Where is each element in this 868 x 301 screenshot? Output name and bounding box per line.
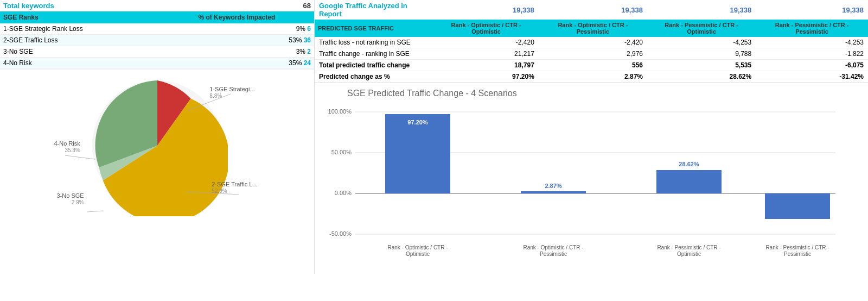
left-panel: Total keywords 68 SGE Ranks % of Keyword… (0, 0, 315, 274)
sge-ranks-table: Total keywords 68 SGE Ranks % of Keyword… (0, 0, 314, 69)
table-row: Traffic loss - not ranking in SGE -2,420… (315, 37, 868, 48)
traffic-loss-v3: -2,420 (539, 37, 647, 48)
sge-col1-header: SGE Ranks (0, 11, 159, 23)
rank-4-pct: 35% 24 (159, 58, 314, 69)
predicted-pct-v3: 2.87% (539, 71, 647, 83)
traffic-change-v2: 21,217 (433, 48, 538, 60)
svg-text:50.00%: 50.00% (331, 149, 352, 155)
table-row: Predicted change as % 97.20% 2.87% 28.62… (315, 71, 868, 83)
sge-col2-header: % of Keywords Impacted (159, 11, 314, 23)
traffic-change-label: Traffic change - ranking in SGE (315, 48, 433, 60)
sge-table-header: SGE Ranks % of Keywords Impacted (0, 11, 314, 23)
traffic-loss-v2: -2,420 (433, 37, 538, 48)
bar-3 (656, 170, 722, 193)
svg-text:2.87%: 2.87% (545, 183, 561, 189)
svg-text:-50.00%: -50.00% (329, 230, 352, 237)
main-container: Total keywords 68 SGE Ranks % of Keyword… (0, 0, 868, 274)
rank-4-label: 4-No Risk (0, 58, 159, 69)
col3-total: 19,338 (539, 0, 647, 20)
svg-text:-31.42%: -31.42% (787, 219, 809, 225)
svg-text:Optimistic: Optimistic (406, 251, 430, 257)
google-traffic-table: Google Traffic Analyzed in Report 19,338… (315, 0, 868, 83)
traffic-loss-v5: -4,253 (756, 37, 868, 48)
traffic-change-v3: 2,976 (539, 48, 647, 60)
predicted-sge-col3: Rank - Optimistic / CTR - Pessimistic (539, 20, 647, 37)
pie-label-2: 2-SGE Traffic L... 52.9% (212, 181, 257, 194)
bar-chart-container: SGE Predicted Traffic Change - 4 Scenari… (315, 83, 868, 274)
traffic-loss-v4: -4,253 (647, 37, 756, 48)
total-keywords-label: Total keywords (0, 0, 159, 11)
right-panel: Google Traffic Analyzed in Report 19,338… (315, 0, 868, 274)
bar-chart-wrapper: 100.00% 50.00% 0.00% -50.00% 97.20% (326, 104, 857, 268)
svg-text:97.20%: 97.20% (407, 119, 428, 126)
pie-chart: 1-SGE Strategi... 8.8% 2-SGE Traffic L..… (54, 75, 260, 227)
rank-1-pct: 9% 6 (159, 23, 314, 35)
svg-text:Rank - Optimistic / CTR -: Rank - Optimistic / CTR - (387, 244, 448, 250)
bar-chart-title: SGE Predicted Traffic Change - 4 Scenari… (326, 89, 857, 98)
google-traffic-title-row: Google Traffic Analyzed in Report 19,338… (315, 0, 868, 20)
rank-3-pct: 3% 2 (159, 46, 314, 58)
predicted-pct-v2: 97.20% (433, 71, 538, 83)
total-predicted-label: Total predicted traffic change (315, 60, 433, 71)
svg-text:28.62%: 28.62% (679, 161, 699, 167)
table-row: Total predicted traffic change 18,797 55… (315, 60, 868, 71)
bar-4 (765, 193, 830, 219)
predicted-pct-v5: -31.42% (756, 71, 868, 83)
traffic-loss-label: Traffic loss - not ranking in SGE (315, 37, 433, 48)
bar-2 (521, 191, 586, 193)
traffic-change-v4: 9,788 (647, 48, 756, 60)
predicted-sge-col1: PREDICTED SGE TRAFFIC (315, 20, 433, 37)
bar-chart-svg: 100.00% 50.00% 0.00% -50.00% 97.20% (326, 104, 846, 267)
total-predicted-v2: 18,797 (433, 60, 538, 71)
table-row: 1-SGE Strategic Rank Loss 9% 6 (0, 23, 314, 35)
traffic-change-v5: -1,822 (756, 48, 868, 60)
svg-text:Rank - Pessimistic / CTR -: Rank - Pessimistic / CTR - (657, 244, 720, 250)
total-keywords-value: 68 (159, 0, 314, 11)
svg-text:Pessimistic: Pessimistic (540, 251, 567, 257)
pie-label-4: 4-No Risk 35.3% (54, 140, 80, 153)
svg-text:Rank - Optimistic / CTR -: Rank - Optimistic / CTR - (523, 244, 583, 250)
rank-1-label: 1-SGE Strategic Rank Loss (0, 23, 159, 35)
svg-text:Pessimistic: Pessimistic (784, 251, 811, 257)
pie-label-3: 3-No SGE 2.9% (57, 192, 84, 205)
svg-text:Optimistic: Optimistic (677, 251, 701, 257)
svg-text:Rank - Pessimistic / CTR -: Rank - Pessimistic / CTR - (765, 244, 829, 250)
predicted-sge-header: PREDICTED SGE TRAFFIC Rank - Optimistic … (315, 20, 868, 37)
rank-2-pct: 53% 36 (159, 35, 314, 46)
predicted-sge-col5: Rank - Pessimistic / CTR - Pessimistic (756, 20, 868, 37)
total-predicted-v3: 556 (539, 60, 647, 71)
bar-1 (385, 114, 450, 193)
total-predicted-v4: 5,535 (647, 60, 756, 71)
rank-2-label: 2-SGE Traffic Loss (0, 35, 159, 46)
pie-label-1: 1-SGE Strategi... 8.8% (209, 86, 254, 99)
col4-total: 19,338 (647, 0, 756, 20)
pie-svg (87, 75, 228, 216)
predicted-pct-v4: 28.62% (647, 71, 756, 83)
predicted-sge-col4: Rank - Pessimistic / CTR - Optimistic (647, 20, 756, 37)
total-predicted-v5: -6,075 (756, 60, 868, 71)
svg-text:100.00%: 100.00% (328, 108, 352, 115)
table-row: Traffic change - ranking in SGE 21,217 2… (315, 48, 868, 60)
predicted-pct-label: Predicted change as % (315, 71, 433, 83)
svg-text:0.00%: 0.00% (335, 190, 352, 196)
table-row: 4-No Risk 35% 24 (0, 58, 314, 69)
rank-3-label: 3-No SGE (0, 46, 159, 58)
table-row: 3-No SGE 3% 2 (0, 46, 314, 58)
table-row: 2-SGE Traffic Loss 53% 36 (0, 35, 314, 46)
predicted-sge-col2: Rank - Optimistic / CTR - Optimistic (433, 20, 538, 37)
col5-total: 19,338 (756, 0, 868, 20)
google-traffic-title: Google Traffic Analyzed in Report (315, 0, 433, 20)
pie-chart-container: 1-SGE Strategi... 8.8% 2-SGE Traffic L..… (0, 69, 315, 243)
col2-total: 19,338 (433, 0, 538, 20)
total-keywords-row: Total keywords 68 (0, 0, 314, 11)
